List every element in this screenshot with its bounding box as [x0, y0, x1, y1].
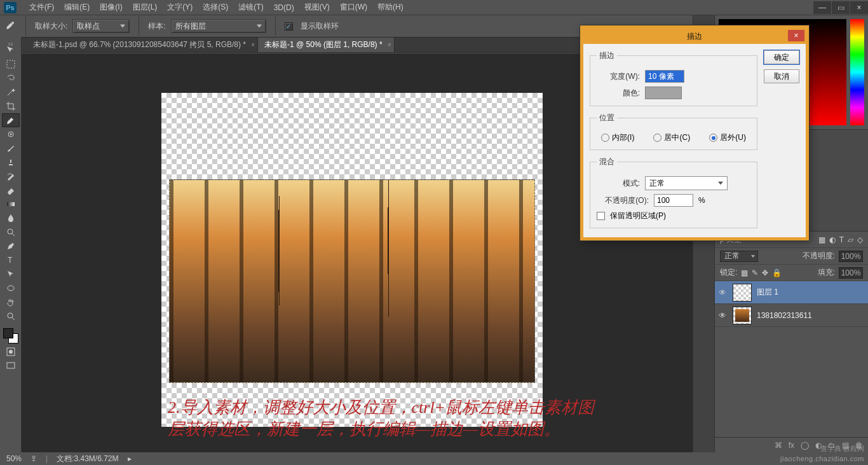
lock-pixels-icon[interactable]: ▦: [741, 268, 748, 277]
link-layers-icon[interactable]: ⌘: [775, 441, 782, 450]
dlg-opacity-input[interactable]: [654, 194, 693, 207]
menu-edit[interactable]: 编辑(E): [59, 2, 95, 13]
filter-img-icon[interactable]: ▦: [818, 235, 825, 244]
tool-blur[interactable]: [2, 211, 20, 225]
tool-screenmode[interactable]: [2, 359, 20, 373]
tool-wand[interactable]: [2, 85, 20, 99]
export-icon[interactable]: ⇪: [31, 454, 37, 463]
tool-pen[interactable]: [2, 239, 20, 253]
layer-thumb[interactable]: [733, 307, 752, 324]
tool-spotheal[interactable]: [2, 127, 20, 141]
dialog-close-button[interactable]: ×: [788, 30, 804, 41]
tool-colors[interactable]: [2, 327, 20, 345]
window-maximize[interactable]: ▭: [832, 1, 850, 14]
visibility-icon[interactable]: 👁: [719, 311, 728, 320]
doc-tab-0[interactable]: 未标题-1.psd @ 66.7% (20130912085403647 拷贝 …: [27, 38, 258, 52]
lock-all-icon[interactable]: 🔒: [772, 268, 782, 277]
tool-history-brush[interactable]: [2, 169, 20, 183]
layer-item[interactable]: 👁 1381802313611: [715, 304, 868, 327]
filter-shape-icon[interactable]: ▱: [848, 235, 853, 244]
show-ring-checkbox[interactable]: [285, 22, 293, 31]
blend-fieldset: 混合 模式: 正常 不透明度(O): % 保留透明区域(P): [590, 156, 757, 228]
opacity-value[interactable]: 100%: [839, 251, 863, 262]
ok-button[interactable]: 确定: [764, 50, 799, 64]
menu-help[interactable]: 帮助(H): [372, 2, 409, 13]
doc-tab-1[interactable]: 未标题-1 @ 50% (图层 1, RGB/8) *×: [258, 38, 395, 52]
svg-point-4: [8, 229, 13, 234]
tool-type[interactable]: T: [2, 253, 20, 267]
toolbox: ›› T: [0, 37, 22, 465]
mode-label: 模式:: [597, 178, 640, 189]
stroke-legend: 描边: [597, 50, 617, 61]
canvas[interactable]: [161, 93, 543, 427]
mask-icon[interactable]: ◯: [801, 441, 809, 450]
lock-brush-icon[interactable]: ✎: [752, 268, 758, 277]
doc-size: 文档:3.43M/6.72M: [57, 454, 118, 464]
layers-panel: ρ 类型 ▦ ◐ T ▱ ◇ 正常 不透明度: 100% 锁定: ▦ ✎ ✥ 🔒…: [715, 232, 868, 452]
filter-smart-icon[interactable]: ◇: [857, 235, 863, 244]
tool-brush[interactable]: [2, 141, 20, 155]
pos-outside-label: 居外(U): [720, 132, 746, 143]
filter-type-icon[interactable]: T: [839, 235, 844, 244]
fx-icon[interactable]: fx: [789, 441, 794, 450]
tool-eraser[interactable]: [2, 183, 20, 197]
doc-tab-1-label: 未标题-1 @ 50% (图层 1, RGB/8) *: [264, 39, 383, 50]
width-input[interactable]: [645, 70, 684, 83]
visibility-icon[interactable]: 👁: [719, 288, 728, 297]
close-icon[interactable]: ×: [251, 41, 255, 48]
tool-move[interactable]: [2, 43, 20, 57]
svg-point-0: [11, 22, 14, 24]
sample-size-label: 取样大小:: [35, 21, 67, 32]
svg-rect-10: [7, 363, 15, 368]
tool-dodge[interactable]: [2, 225, 20, 239]
pos-inside-radio[interactable]: 内部(I): [601, 132, 634, 143]
tool-zoom[interactable]: [2, 309, 20, 323]
fill-value[interactable]: 100%: [839, 267, 863, 279]
pos-center-radio[interactable]: 居中(C): [653, 132, 690, 143]
menu-filter[interactable]: 滤镜(T): [233, 2, 268, 13]
stroke-fieldset: 描边 宽度(W): 颜色:: [590, 50, 757, 106]
menu-select[interactable]: 选择(S): [198, 2, 233, 13]
hue-strip[interactable]: [850, 19, 864, 125]
sample-combo[interactable]: 所有图层: [171, 19, 266, 33]
tool-crop[interactable]: [2, 99, 20, 113]
tool-hand[interactable]: [2, 295, 20, 309]
menu-file[interactable]: 文件(F): [24, 2, 59, 13]
menu-window[interactable]: 窗口(W): [335, 2, 372, 13]
color-swatch[interactable]: [645, 87, 682, 99]
cancel-button[interactable]: 取消: [764, 69, 799, 83]
layer-name: 图层 1: [757, 287, 778, 298]
watermark-brand: 查字典 教程网: [820, 444, 864, 454]
menu-type[interactable]: 文字(Y): [162, 2, 198, 13]
window-minimize[interactable]: —: [813, 1, 831, 14]
tool-shape[interactable]: [2, 281, 20, 295]
tool-eyedropper[interactable]: [2, 113, 20, 127]
status-bar: 50% ⇪ | 文档:3.43M/6.72M ▸: [0, 452, 868, 465]
lock-move-icon[interactable]: ✥: [762, 268, 768, 277]
tool-stamp[interactable]: [2, 155, 20, 169]
tool-path-select[interactable]: [2, 267, 20, 281]
window-close[interactable]: ×: [850, 1, 868, 14]
zoom-level[interactable]: 50%: [6, 454, 22, 463]
tool-gradient[interactable]: [2, 197, 20, 211]
preserve-transparency-checkbox[interactable]: [597, 212, 605, 220]
menu-layer[interactable]: 图层(L): [128, 2, 163, 13]
mode-select[interactable]: 正常: [645, 176, 728, 190]
tool-quickmask[interactable]: [2, 345, 20, 359]
dialog-title-bar[interactable]: 描边 ×: [583, 29, 806, 44]
menu-image[interactable]: 图像(I): [95, 2, 127, 13]
tool-marquee[interactable]: [2, 57, 20, 71]
tool-lasso[interactable]: [2, 71, 20, 85]
pos-outside-radio[interactable]: 居外(U): [709, 132, 746, 143]
sample-size-combo[interactable]: 取样点: [72, 19, 130, 33]
menu-3d[interactable]: 3D(D): [269, 3, 299, 12]
layer-item[interactable]: 👁 图层 1: [715, 281, 868, 304]
blend-mode-combo[interactable]: 正常: [720, 251, 758, 262]
menu-view[interactable]: 视图(V): [299, 2, 335, 13]
fill-label: 填充:: [818, 267, 835, 278]
close-icon[interactable]: ×: [388, 41, 391, 48]
filter-adj-icon[interactable]: ◐: [829, 235, 836, 244]
svg-text:T: T: [8, 256, 13, 265]
svg-rect-3: [7, 202, 15, 206]
layer-thumb[interactable]: [733, 284, 752, 302]
